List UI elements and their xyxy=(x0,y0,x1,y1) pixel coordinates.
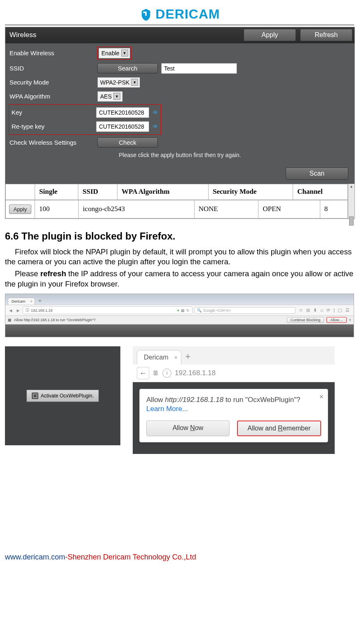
col-wpa: WPA Algorithm xyxy=(117,184,209,200)
back-button[interactable]: ← xyxy=(137,367,149,379)
refresh-button[interactable]: Refresh xyxy=(300,29,352,41)
plugin-permission-prompt: × Allow http://192.168.1.18 to run "OcxW… xyxy=(139,389,328,442)
tab-dericam[interactable]: Dericam× xyxy=(8,298,35,305)
section-title: 6.6 The plugin is blocked by Firefox. xyxy=(5,230,354,242)
ssid-label: SSID xyxy=(9,65,94,72)
download-icon[interactable]: ⬇ xyxy=(313,308,317,313)
wireless-panel: Wireless Apply Refresh Enable Wireless E… xyxy=(5,27,355,219)
chevron-down-icon: ▼ xyxy=(131,79,138,86)
star-icon[interactable]: ☆ xyxy=(299,308,303,313)
retype-key-label: Re-type key xyxy=(12,123,93,130)
page-icon: 🗎 xyxy=(153,369,159,377)
security-mode-select[interactable]: WPA2-PSK ▼ xyxy=(97,77,140,88)
check-wireless-label: Check Wireless Settings xyxy=(9,139,94,146)
firefox-window-wide: Dericam× + ◄ ► ⓘ 192.168.1.18 ▾ ▦ ↻ 🔍 Go… xyxy=(5,294,354,337)
chevron-down-icon: ▼ xyxy=(113,93,120,100)
hint-text: Please click the apply button first then… xyxy=(5,149,354,163)
ssid-input[interactable] xyxy=(161,63,237,74)
plugin-message: Allow http://192.168.1.18 to run "OcxWeb… xyxy=(14,318,96,322)
wireless-title: Wireless xyxy=(5,28,242,42)
new-tab-button[interactable]: + xyxy=(37,297,44,305)
plugin-icon xyxy=(32,393,38,399)
eye-icon[interactable]: 👁 xyxy=(153,109,158,116)
sync-icon[interactable]: ⟳ xyxy=(326,308,330,313)
activate-plugin-button[interactable]: Activate OcxWebPlugin. xyxy=(26,390,99,402)
enable-wireless-label: Enable Wireless xyxy=(9,49,94,56)
wpa-algorithm-select[interactable]: AES ▼ xyxy=(97,91,123,102)
search-icon: 🔍 xyxy=(197,308,202,313)
close-icon[interactable]: × xyxy=(30,299,32,303)
footer-link[interactable]: www.dericam.com xyxy=(5,553,65,561)
enable-wireless-select[interactable]: Enable ▼ xyxy=(99,48,130,59)
brand-logo-icon xyxy=(139,7,153,21)
info-icon: ⓘ xyxy=(26,308,29,313)
paragraph-2: Please refresh the IP address of your ca… xyxy=(5,269,354,289)
chevron-down-icon: ▼ xyxy=(121,49,128,56)
search-bar[interactable]: 🔍 Google <Ctrl+K> xyxy=(194,307,296,314)
scan-button[interactable]: Scan xyxy=(286,167,348,180)
row-apply-button[interactable]: Apply xyxy=(9,204,32,214)
back-button[interactable]: ◄ xyxy=(8,308,14,313)
learn-more-link[interactable]: Learn More... xyxy=(146,405,188,413)
table-row: 100 icongo-cb2543 NONE OPEN 8 xyxy=(35,200,348,218)
search-button[interactable]: Search xyxy=(97,63,158,73)
continue-blocking-button[interactable]: Continue Blocking xyxy=(287,317,324,323)
list-icon[interactable]: ⊟ xyxy=(306,308,310,313)
new-tab-button[interactable]: + xyxy=(181,350,195,364)
svg-rect-1 xyxy=(143,12,146,13)
col-single: Single xyxy=(35,184,78,200)
scan-result-table: Single SSID WPA Algorithm Security Mode … xyxy=(5,184,354,200)
shield-icon: ▾ xyxy=(177,308,179,313)
col-ssid: SSID xyxy=(78,184,117,200)
address-bar[interactable]: ⓘ 192.168.1.18 ▾ ▦ ↻ xyxy=(23,306,192,314)
col-channel: Channel xyxy=(293,184,348,200)
address-bar[interactable]: 🗎 i 192.168.1.18 xyxy=(153,369,216,378)
footer-company: Shenzhen Dericam Technology Co.,Ltd xyxy=(68,553,196,561)
apply-button[interactable]: Apply xyxy=(244,29,296,41)
paragraph-1: Firefox will block the NPAPI plugin by d… xyxy=(5,247,354,268)
brand-name: DERICAM xyxy=(155,7,220,22)
camera-view-blocked: Activate OcxWebPlugin. xyxy=(5,346,120,445)
allow-now-button[interactable]: Allow Now xyxy=(146,421,230,436)
security-mode-label: Security Mode xyxy=(9,79,94,86)
check-button[interactable]: Check xyxy=(97,137,158,148)
col-security: Security Mode xyxy=(209,184,293,200)
firefox-window-closeup: Dericam × + ← 🗎 i 192.168.1.18 × Allow h… xyxy=(133,346,335,454)
box-icon[interactable]: ▢ xyxy=(338,308,342,313)
key-input[interactable] xyxy=(96,107,149,118)
menu-icon[interactable]: ☰ xyxy=(345,308,350,313)
wpa-algorithm-label: WPA Algorithm xyxy=(9,93,94,100)
tab-dericam[interactable]: Dericam × xyxy=(137,350,181,364)
scrollbar[interactable]: ▴ xyxy=(348,184,354,200)
prompt-message: Allow http://192.168.1.18 to run "OcxWeb… xyxy=(146,396,321,404)
allow-and-remember-button[interactable]: Allow and Remember xyxy=(237,421,321,436)
key-label: Key xyxy=(12,109,93,116)
header-rule xyxy=(5,25,354,25)
page-footer: www.dericam.com-Shenzhen Dericam Technol… xyxy=(5,553,354,562)
scrollbar[interactable] xyxy=(348,200,354,219)
info-icon: i xyxy=(162,369,171,378)
forward-button[interactable]: ► xyxy=(15,308,21,313)
brand-header: DERICAM xyxy=(5,4,354,25)
home-icon[interactable]: ⌂ xyxy=(320,308,323,313)
close-icon[interactable]: × xyxy=(174,354,177,361)
close-icon[interactable]: × xyxy=(349,318,351,322)
allow-button[interactable]: Allow… xyxy=(326,317,347,323)
eye-icon[interactable]: 👁 xyxy=(153,123,158,130)
retype-key-input[interactable] xyxy=(96,121,149,132)
close-icon[interactable]: × xyxy=(319,393,324,401)
plugin-icon: ▦ xyxy=(8,318,12,322)
